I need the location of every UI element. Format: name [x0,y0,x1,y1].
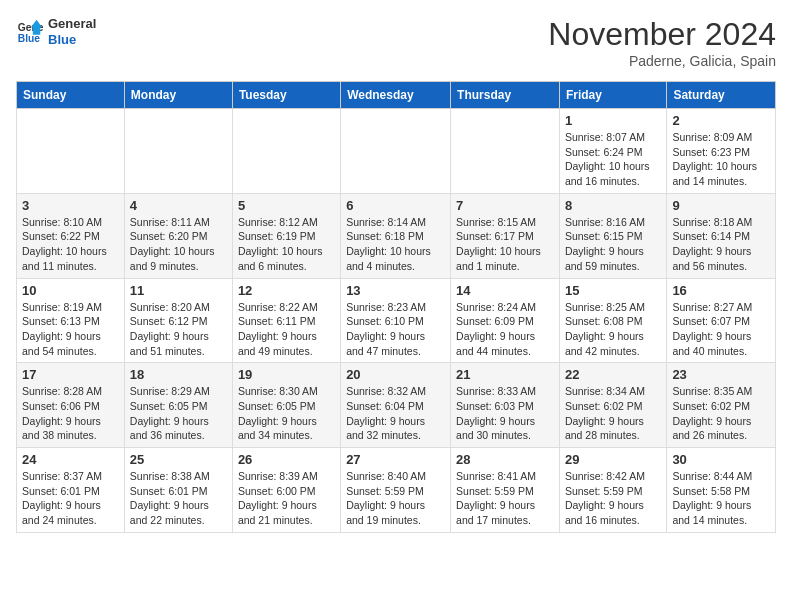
calendar-cell [451,109,560,194]
day-of-week-header: Sunday [17,82,125,109]
logo-line2: Blue [48,32,96,48]
day-number: 12 [238,283,335,298]
calendar-cell: 18Sunrise: 8:29 AM Sunset: 6:05 PM Dayli… [124,363,232,448]
day-number: 8 [565,198,661,213]
day-of-week-header: Wednesday [341,82,451,109]
day-info: Sunrise: 8:20 AM Sunset: 6:12 PM Dayligh… [130,300,227,359]
calendar-cell: 7Sunrise: 8:15 AM Sunset: 6:17 PM Daylig… [451,193,560,278]
logo-line1: General [48,16,96,32]
calendar-cell [17,109,125,194]
day-number: 3 [22,198,119,213]
svg-text:Blue: Blue [18,33,41,44]
calendar-cell: 22Sunrise: 8:34 AM Sunset: 6:02 PM Dayli… [559,363,666,448]
calendar-cell: 30Sunrise: 8:44 AM Sunset: 5:58 PM Dayli… [667,448,776,533]
calendar-week-row: 24Sunrise: 8:37 AM Sunset: 6:01 PM Dayli… [17,448,776,533]
day-info: Sunrise: 8:22 AM Sunset: 6:11 PM Dayligh… [238,300,335,359]
day-number: 14 [456,283,554,298]
day-number: 1 [565,113,661,128]
day-info: Sunrise: 8:32 AM Sunset: 6:04 PM Dayligh… [346,384,445,443]
calendar-cell [232,109,340,194]
day-number: 18 [130,367,227,382]
day-of-week-header: Tuesday [232,82,340,109]
day-of-week-header: Friday [559,82,666,109]
calendar-cell: 13Sunrise: 8:23 AM Sunset: 6:10 PM Dayli… [341,278,451,363]
day-info: Sunrise: 8:27 AM Sunset: 6:07 PM Dayligh… [672,300,770,359]
day-number: 6 [346,198,445,213]
day-info: Sunrise: 8:09 AM Sunset: 6:23 PM Dayligh… [672,130,770,189]
day-number: 17 [22,367,119,382]
day-number: 23 [672,367,770,382]
day-info: Sunrise: 8:14 AM Sunset: 6:18 PM Dayligh… [346,215,445,274]
calendar-cell: 25Sunrise: 8:38 AM Sunset: 6:01 PM Dayli… [124,448,232,533]
day-info: Sunrise: 8:44 AM Sunset: 5:58 PM Dayligh… [672,469,770,528]
day-number: 2 [672,113,770,128]
calendar-header-row: SundayMondayTuesdayWednesdayThursdayFrid… [17,82,776,109]
calendar-cell [124,109,232,194]
calendar-cell: 9Sunrise: 8:18 AM Sunset: 6:14 PM Daylig… [667,193,776,278]
calendar-cell: 12Sunrise: 8:22 AM Sunset: 6:11 PM Dayli… [232,278,340,363]
day-number: 21 [456,367,554,382]
day-number: 7 [456,198,554,213]
calendar-cell: 15Sunrise: 8:25 AM Sunset: 6:08 PM Dayli… [559,278,666,363]
calendar-cell: 21Sunrise: 8:33 AM Sunset: 6:03 PM Dayli… [451,363,560,448]
logo-icon: General Blue [16,18,44,46]
calendar-cell: 26Sunrise: 8:39 AM Sunset: 6:00 PM Dayli… [232,448,340,533]
calendar-cell: 5Sunrise: 8:12 AM Sunset: 6:19 PM Daylig… [232,193,340,278]
day-info: Sunrise: 8:18 AM Sunset: 6:14 PM Dayligh… [672,215,770,274]
day-number: 16 [672,283,770,298]
day-info: Sunrise: 8:42 AM Sunset: 5:59 PM Dayligh… [565,469,661,528]
calendar-cell: 2Sunrise: 8:09 AM Sunset: 6:23 PM Daylig… [667,109,776,194]
calendar-cell: 11Sunrise: 8:20 AM Sunset: 6:12 PM Dayli… [124,278,232,363]
calendar-cell: 6Sunrise: 8:14 AM Sunset: 6:18 PM Daylig… [341,193,451,278]
day-number: 28 [456,452,554,467]
day-info: Sunrise: 8:16 AM Sunset: 6:15 PM Dayligh… [565,215,661,274]
day-number: 30 [672,452,770,467]
day-of-week-header: Saturday [667,82,776,109]
calendar-cell: 23Sunrise: 8:35 AM Sunset: 6:02 PM Dayli… [667,363,776,448]
day-of-week-header: Thursday [451,82,560,109]
calendar-week-row: 10Sunrise: 8:19 AM Sunset: 6:13 PM Dayli… [17,278,776,363]
day-number: 26 [238,452,335,467]
day-info: Sunrise: 8:28 AM Sunset: 6:06 PM Dayligh… [22,384,119,443]
day-number: 27 [346,452,445,467]
day-info: Sunrise: 8:15 AM Sunset: 6:17 PM Dayligh… [456,215,554,274]
calendar-body: 1Sunrise: 8:07 AM Sunset: 6:24 PM Daylig… [17,109,776,533]
month-title: November 2024 [548,16,776,53]
day-info: Sunrise: 8:24 AM Sunset: 6:09 PM Dayligh… [456,300,554,359]
calendar-cell: 27Sunrise: 8:40 AM Sunset: 5:59 PM Dayli… [341,448,451,533]
day-number: 19 [238,367,335,382]
day-number: 29 [565,452,661,467]
day-number: 25 [130,452,227,467]
day-info: Sunrise: 8:10 AM Sunset: 6:22 PM Dayligh… [22,215,119,274]
calendar-cell: 24Sunrise: 8:37 AM Sunset: 6:01 PM Dayli… [17,448,125,533]
day-info: Sunrise: 8:39 AM Sunset: 6:00 PM Dayligh… [238,469,335,528]
calendar-cell: 10Sunrise: 8:19 AM Sunset: 6:13 PM Dayli… [17,278,125,363]
day-number: 11 [130,283,227,298]
day-info: Sunrise: 8:12 AM Sunset: 6:19 PM Dayligh… [238,215,335,274]
day-info: Sunrise: 8:07 AM Sunset: 6:24 PM Dayligh… [565,130,661,189]
day-of-week-header: Monday [124,82,232,109]
day-number: 9 [672,198,770,213]
day-number: 22 [565,367,661,382]
day-info: Sunrise: 8:23 AM Sunset: 6:10 PM Dayligh… [346,300,445,359]
day-info: Sunrise: 8:11 AM Sunset: 6:20 PM Dayligh… [130,215,227,274]
calendar-week-row: 1Sunrise: 8:07 AM Sunset: 6:24 PM Daylig… [17,109,776,194]
day-info: Sunrise: 8:29 AM Sunset: 6:05 PM Dayligh… [130,384,227,443]
calendar-week-row: 3Sunrise: 8:10 AM Sunset: 6:22 PM Daylig… [17,193,776,278]
calendar-cell: 3Sunrise: 8:10 AM Sunset: 6:22 PM Daylig… [17,193,125,278]
day-number: 4 [130,198,227,213]
day-info: Sunrise: 8:30 AM Sunset: 6:05 PM Dayligh… [238,384,335,443]
day-info: Sunrise: 8:37 AM Sunset: 6:01 PM Dayligh… [22,469,119,528]
calendar-cell: 8Sunrise: 8:16 AM Sunset: 6:15 PM Daylig… [559,193,666,278]
calendar-cell: 20Sunrise: 8:32 AM Sunset: 6:04 PM Dayli… [341,363,451,448]
calendar-cell: 28Sunrise: 8:41 AM Sunset: 5:59 PM Dayli… [451,448,560,533]
calendar-cell: 14Sunrise: 8:24 AM Sunset: 6:09 PM Dayli… [451,278,560,363]
day-info: Sunrise: 8:25 AM Sunset: 6:08 PM Dayligh… [565,300,661,359]
day-number: 15 [565,283,661,298]
calendar-table: SundayMondayTuesdayWednesdayThursdayFrid… [16,81,776,533]
day-info: Sunrise: 8:41 AM Sunset: 5:59 PM Dayligh… [456,469,554,528]
calendar-week-row: 17Sunrise: 8:28 AM Sunset: 6:06 PM Dayli… [17,363,776,448]
day-info: Sunrise: 8:34 AM Sunset: 6:02 PM Dayligh… [565,384,661,443]
day-number: 13 [346,283,445,298]
calendar-cell: 19Sunrise: 8:30 AM Sunset: 6:05 PM Dayli… [232,363,340,448]
